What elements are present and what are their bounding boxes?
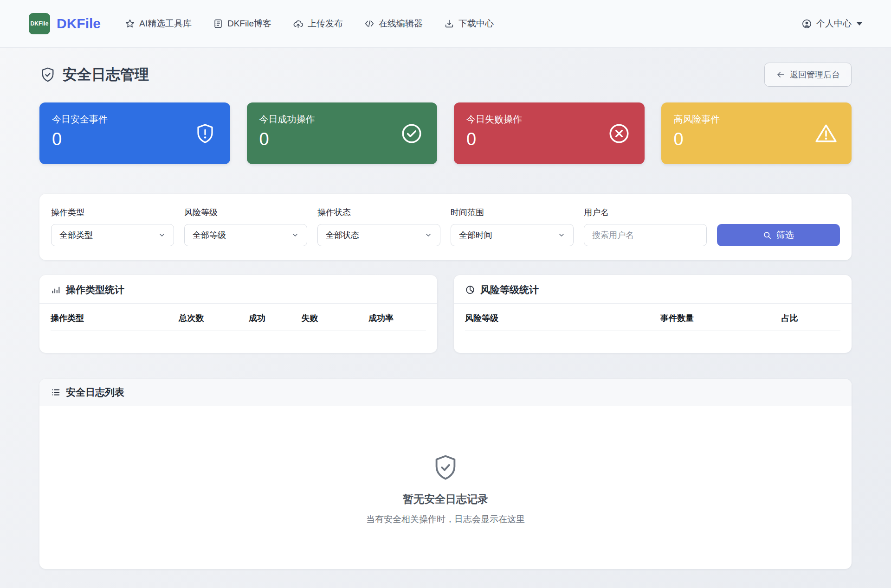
nav-item-label: AI精选工具库: [139, 18, 192, 30]
chevron-down-icon: [425, 231, 432, 239]
column-header: 成功率: [336, 304, 426, 331]
time-range-select[interactable]: 全部时间: [451, 224, 574, 246]
empty-state-title: 暂无安全日志记录: [403, 492, 488, 506]
operation-type-stats-header: 操作类型统计: [39, 275, 437, 304]
empty-state: 暂无安全日志记录 当有安全相关操作时，日志会显示在这里: [39, 406, 852, 569]
dkfile-logo: DKFile: [29, 13, 50, 34]
logo-text: DKFile: [30, 20, 48, 27]
field-label: 操作状态: [317, 207, 440, 218]
column-header: 成功: [231, 304, 283, 331]
nav-item-label: 下载中心: [458, 18, 494, 30]
select-value: 全部等级: [193, 230, 226, 241]
pie-chart-icon: [465, 285, 475, 295]
card-title: 安全日志列表: [66, 386, 124, 399]
filter-submit-field: 筛选: [717, 224, 840, 246]
nav-item-editor[interactable]: 在线编辑器: [364, 18, 423, 30]
person-circle-icon: [801, 19, 812, 29]
select-value: 全部类型: [59, 230, 93, 241]
back-button-label: 返回管理后台: [790, 69, 840, 80]
risk-level-stats-card: 风险等级统计 风险等级 事件数量 占比: [454, 275, 852, 353]
operation-type-select[interactable]: 全部类型: [51, 224, 174, 246]
page-title: 安全日志管理: [39, 65, 149, 84]
table-header-row: 风险等级 事件数量 占比: [465, 304, 840, 331]
warning-triangle-icon: [814, 122, 838, 145]
card-title: 操作类型统计: [66, 283, 124, 296]
main-content: 安全日志管理 返回管理后台 今日安全事件 0 今日成功操作 0 今日失败操作: [39, 48, 852, 569]
column-header: 风险等级: [465, 304, 615, 331]
operation-status-select[interactable]: 全部状态: [317, 224, 440, 246]
security-log-list-header: 安全日志列表: [39, 379, 852, 406]
stat-card-high-risk: 高风险事件 0: [661, 102, 852, 164]
stat-cards: 今日安全事件 0 今日成功操作 0 今日失败操作 0 高风险事件 0: [39, 102, 852, 164]
arrow-left-icon: [776, 70, 785, 79]
risk-level-stats-table: 风险等级 事件数量 占比: [465, 304, 840, 331]
stat-card-failed-ops: 今日失败操作 0: [454, 102, 645, 164]
column-header: 操作类型: [51, 304, 152, 331]
chevron-down-icon: [158, 231, 166, 239]
risk-level-stats-header: 风险等级统计: [454, 275, 852, 304]
back-to-admin-button[interactable]: 返回管理后台: [764, 63, 852, 87]
filter-submit-button[interactable]: 筛选: [717, 224, 840, 246]
stat-card-security-events: 今日安全事件 0: [39, 102, 230, 164]
security-log-list-card: 安全日志列表 暂无安全日志记录 当有安全相关操作时，日志会显示在这里: [39, 379, 852, 569]
column-header: 总次数: [152, 304, 231, 331]
stat-value: 0: [52, 129, 218, 149]
filter-field-operation-status: 操作状态 全部状态: [317, 207, 440, 246]
field-label: 时间范围: [451, 207, 574, 218]
table-header-row: 操作类型 总次数 成功 失败 成功率: [51, 304, 426, 331]
nav-item-label: 上传发布: [308, 18, 343, 30]
filter-field-username: 用户名: [584, 207, 707, 246]
field-label: 风险等级: [184, 207, 307, 218]
filter-field-operation-type: 操作类型 全部类型: [51, 207, 174, 246]
field-label: 操作类型: [51, 207, 174, 218]
bar-chart-icon: [51, 285, 61, 295]
stat-label: 今日安全事件: [52, 113, 218, 126]
page-title-text: 安全日志管理: [63, 65, 149, 84]
cloud-upload-icon: [293, 19, 303, 29]
user-menu-label: 个人中心: [816, 18, 852, 30]
brand-name: DKFile: [57, 16, 101, 32]
select-value: 全部时间: [459, 230, 492, 241]
page-head: 安全日志管理 返回管理后台: [39, 63, 852, 87]
select-value: 全部状态: [326, 230, 359, 241]
column-header: 失败: [284, 304, 336, 331]
nav-item-upload[interactable]: 上传发布: [293, 18, 343, 30]
list-icon: [51, 387, 61, 397]
operation-type-stats-table: 操作类型 总次数 成功 失败 成功率: [51, 304, 426, 331]
star-icon: [125, 19, 135, 29]
user-menu[interactable]: 个人中心: [801, 18, 862, 30]
stats-row: 操作类型统计 操作类型 总次数 成功 失败 成功率: [39, 275, 852, 353]
journal-icon: [213, 19, 223, 29]
nav-item-label: DKFile博客: [227, 18, 271, 30]
risk-level-select[interactable]: 全部等级: [184, 224, 307, 246]
top-navbar: DKFile DKFile AI精选工具库 DKFile博客 上传发布: [0, 0, 891, 48]
filter-field-risk-level: 风险等级 全部等级: [184, 207, 307, 246]
nav-items: AI精选工具库 DKFile博客 上传发布 在线编辑器 下载中心: [125, 18, 494, 30]
filter-panel: 操作类型 全部类型 风险等级 全部等级 操作状态 全部状态 时间范围 全部时间: [39, 194, 852, 260]
nav-item-download[interactable]: 下载中心: [444, 18, 494, 30]
operation-type-stats-card: 操作类型统计 操作类型 总次数 成功 失败 成功率: [39, 275, 437, 353]
x-circle-icon: [607, 122, 631, 145]
check-circle-icon: [400, 122, 423, 145]
chevron-down-icon: [857, 22, 862, 26]
code-icon: [364, 19, 374, 29]
column-header: 占比: [739, 304, 840, 331]
shield-exclamation-icon: [194, 122, 216, 145]
search-icon: [763, 231, 772, 240]
nav-item-ai-tools[interactable]: AI精选工具库: [125, 18, 192, 30]
username-search-input[interactable]: [584, 224, 707, 246]
nav-item-blog[interactable]: DKFile博客: [213, 18, 271, 30]
empty-state-subtitle: 当有安全相关操作时，日志会显示在这里: [366, 513, 525, 525]
column-header: 事件数量: [615, 304, 739, 331]
stat-card-success-ops: 今日成功操作 0: [247, 102, 438, 164]
filter-field-time-range: 时间范围 全部时间: [451, 207, 574, 246]
chevron-down-icon: [558, 231, 565, 239]
brand[interactable]: DKFile DKFile: [29, 13, 101, 34]
filter-button-label: 筛选: [776, 229, 794, 241]
chevron-down-icon: [291, 231, 299, 239]
nav-item-label: 在线编辑器: [379, 18, 423, 30]
download-icon: [444, 19, 454, 29]
shield-check-icon: [39, 66, 56, 83]
card-title: 风险等级统计: [480, 283, 539, 296]
shield-check-icon: [431, 453, 460, 482]
